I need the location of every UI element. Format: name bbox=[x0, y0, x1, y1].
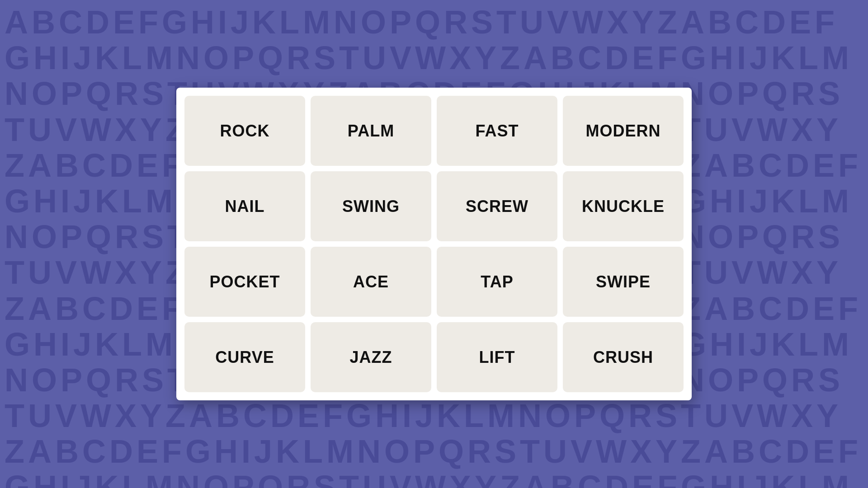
card-nail[interactable]: NAIL bbox=[184, 171, 305, 241]
card-tap[interactable]: TAP bbox=[437, 247, 557, 317]
card-label-curve: CURVE bbox=[215, 348, 274, 367]
card-label-tap: TAP bbox=[481, 272, 513, 291]
card-panel: ROCKPALMFASTMODERNNAILSWINGSCREWKNUCKLEP… bbox=[176, 88, 692, 400]
card-label-crush: CRUSH bbox=[593, 348, 653, 367]
card-pocket[interactable]: POCKET bbox=[184, 247, 305, 317]
card-label-jazz: JAZZ bbox=[350, 348, 392, 367]
card-palm[interactable]: PALM bbox=[311, 96, 431, 166]
card-curve[interactable]: CURVE bbox=[184, 322, 305, 392]
card-label-fast: FAST bbox=[475, 122, 519, 141]
card-ace[interactable]: ACE bbox=[311, 247, 431, 317]
card-fast[interactable]: FAST bbox=[437, 96, 557, 166]
card-label-knuckle: KNUCKLE bbox=[582, 197, 665, 216]
card-label-swipe: SWIPE bbox=[596, 272, 651, 291]
card-lift[interactable]: LIFT bbox=[437, 322, 557, 392]
card-label-lift: LIFT bbox=[479, 348, 515, 367]
card-crush[interactable]: CRUSH bbox=[563, 322, 684, 392]
card-label-palm: PALM bbox=[348, 122, 394, 141]
card-label-swing: SWING bbox=[342, 197, 400, 216]
card-label-modern: MODERN bbox=[586, 122, 661, 141]
card-knuckle[interactable]: KNUCKLE bbox=[563, 171, 684, 241]
card-jazz[interactable]: JAZZ bbox=[311, 322, 431, 392]
card-label-ace: ACE bbox=[353, 272, 389, 291]
card-swing[interactable]: SWING bbox=[311, 171, 431, 241]
card-label-pocket: POCKET bbox=[209, 272, 280, 291]
word-grid: ROCKPALMFASTMODERNNAILSWINGSCREWKNUCKLEP… bbox=[184, 96, 684, 392]
card-label-screw: SCREW bbox=[466, 197, 528, 216]
card-swipe[interactable]: SWIPE bbox=[563, 247, 684, 317]
card-label-rock: ROCK bbox=[220, 122, 270, 141]
card-rock[interactable]: ROCK bbox=[184, 96, 305, 166]
card-label-nail: NAIL bbox=[225, 197, 265, 216]
card-screw[interactable]: SCREW bbox=[437, 171, 557, 241]
card-modern[interactable]: MODERN bbox=[563, 96, 684, 166]
